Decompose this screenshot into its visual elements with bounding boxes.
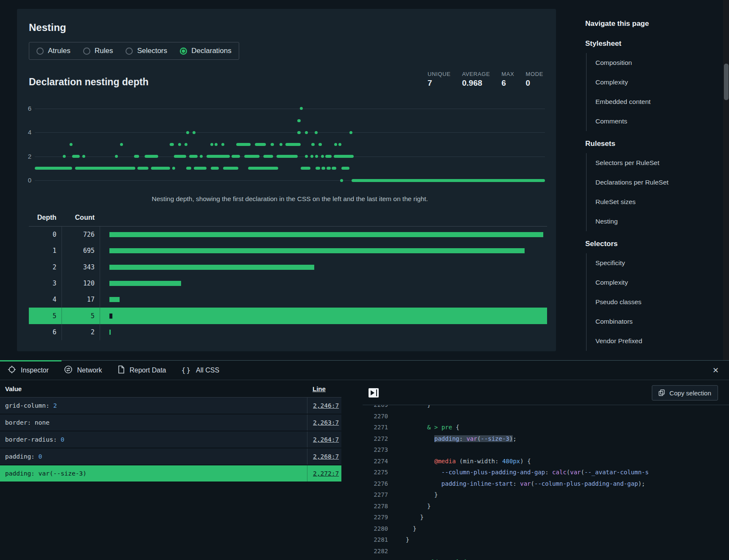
line-column-header[interactable]: Line [313,385,326,392]
code-source: padding: var(--size-3); [388,435,517,442]
code-viewer-header: Copy selection [363,380,729,405]
line-number: 2280 [363,525,388,532]
line-link[interactable]: 2,272:7 [313,470,339,477]
depth-cell: 6 [29,328,61,336]
scatter-segment-depth-1 [194,167,207,170]
scatter-segment-depth-2 [174,155,186,158]
code-scroll-area[interactable]: 2269}22702271& > pre {2272padding: var(-… [363,405,729,560]
side-panel-toggle-icon[interactable] [369,388,379,398]
scatter-segment-depth-2 [315,155,318,158]
radio-label: Declarations [191,47,232,55]
scatter-segment-depth-2 [310,155,313,158]
line-number: 2269 [363,405,388,408]
depth-cell: 1 [29,247,61,255]
scatter-segment-depth-1 [186,167,191,170]
scatter-segment-depth-6 [300,107,303,110]
scatter-segment-depth-3 [210,143,213,146]
scatter-segment-depth-2 [321,155,324,158]
count-cell: 2 [61,324,100,340]
scatter-segment-depth-2 [200,155,203,158]
table-row-depth-0[interactable]: 0726 [29,227,547,243]
code-source: } [388,536,409,543]
radio-label: Atrules [48,47,70,55]
line-link[interactable]: 2,268:7 [313,453,339,460]
count-cell: 695 [61,243,100,259]
count-cell: 120 [61,275,100,291]
depth-cell: 4 [29,296,61,303]
table-row-depth-1[interactable]: 1695 [29,243,547,259]
table-row-depth-5[interactable]: 55 [29,308,547,324]
sidebar-item-comments[interactable]: Comments [595,112,674,131]
sidebar-item-vendor-prefixed[interactable]: Vendor Prefixed [595,331,674,351]
table-row-depth-2[interactable]: 2343 [29,259,547,275]
nesting-panel: Nesting AtrulesRulesSelectorsDeclaration… [17,9,556,351]
line-number: 2278 [363,503,388,510]
sidebar-item-nesting[interactable]: Nesting [595,212,674,231]
depth-cell: 0 [29,231,61,238]
value-table-row[interactable]: grid-column: 22,246:7 [0,398,341,414]
sidebar-item-selectors-per-ruleset[interactable]: Selectors per RuleSet [595,153,674,173]
nav-group-selectors: SpecificityComplexityPseudo classesCombi… [586,253,674,351]
value-table-row[interactable]: border-radius: 02,264:7 [0,431,341,448]
code-line: 2277} [363,489,729,501]
radio-option-selectors[interactable]: Selectors [126,47,167,55]
bar-cell [100,259,547,275]
count-bar [109,314,112,319]
stat-label: AVERAGE [462,71,490,77]
depth-count-table: DepthCount07261695234331204175562 [29,214,547,340]
sidebar-item-complexity[interactable]: Complexity [595,73,674,92]
sidebar-item-complexity[interactable]: Complexity [595,273,674,292]
stat-label: UNIQUE [427,71,450,77]
active-tab-indicator [0,360,61,361]
sidebar-item-specificity[interactable]: Specificity [595,253,674,273]
depth-table-header: DepthCount [29,214,547,227]
nav-heading-rulesets: Rulesets [585,140,674,148]
radio-option-declarations[interactable]: Declarations [180,47,232,55]
tab-all-css[interactable]: {}All CSS [174,361,227,380]
sidebar-item-embedded-content[interactable]: Embedded content [595,92,674,112]
sidebar-item-composition[interactable]: Composition [595,53,674,73]
tab-report-data[interactable]: Report Data [110,361,174,380]
scatter-segment-depth-3 [120,143,123,146]
sidebar-item-pseudo-classes[interactable]: Pseudo classes [595,292,674,312]
line-cell: 2,263:7 [307,414,341,431]
gridline-y4 [35,132,545,133]
count-bar [109,330,111,335]
count-bar [109,281,181,286]
tab-network[interactable]: Network [56,361,110,380]
page-scrollbar-thumb[interactable] [724,64,729,100]
table-row-depth-4[interactable]: 417 [29,291,547,308]
scatter-segment-depth-2 [82,155,85,158]
stat-value: 0.968 [462,78,490,88]
value-table-row[interactable]: padding: 02,268:7 [0,448,341,465]
value-table-header: Value Line [0,380,341,398]
sidebar-item-declarations-per-ruleset[interactable]: Declarations per RuleSet [595,173,674,192]
declaration-value: padding: var(--size-3) [0,465,307,482]
scatter-segment-depth-2 [207,155,230,158]
declaration-value: grid-column: 2 [0,398,307,414]
line-link[interactable]: 2,246:7 [313,402,339,409]
value-table-row[interactable]: border: none2,263:7 [0,414,341,431]
sidebar-item-combinators[interactable]: Combinators [595,312,674,331]
value-table-row[interactable]: padding: var(--size-3)2,272:7 [0,465,341,482]
table-row-depth-3[interactable]: 3120 [29,275,547,291]
copy-selection-button[interactable]: Copy selection [652,385,718,400]
bar-cell [100,275,547,291]
y-tick-label: 0 [24,176,31,184]
table-row-depth-6[interactable]: 62 [29,324,547,340]
value-column-header: Value [0,385,22,392]
tab-inspector[interactable]: Inspector [0,361,56,380]
nav-title: Navigate this page [585,20,674,28]
radio-option-rules[interactable]: Rules [83,47,113,55]
stat-max: MAX6 [502,71,514,88]
scatter-segment-depth-2 [244,155,260,158]
line-link[interactable]: 2,263:7 [313,419,339,426]
bar-cell [100,308,547,324]
scatter-segment-depth-2 [325,155,332,158]
close-icon[interactable]: ✕ [712,366,719,375]
scatter-segment-depth-2 [145,155,158,158]
bar-cell [100,227,547,243]
radio-option-atrules[interactable]: Atrules [36,47,70,55]
sidebar-item-ruleset-sizes[interactable]: RuleSet sizes [595,192,674,212]
line-link[interactable]: 2,264:7 [313,436,339,443]
